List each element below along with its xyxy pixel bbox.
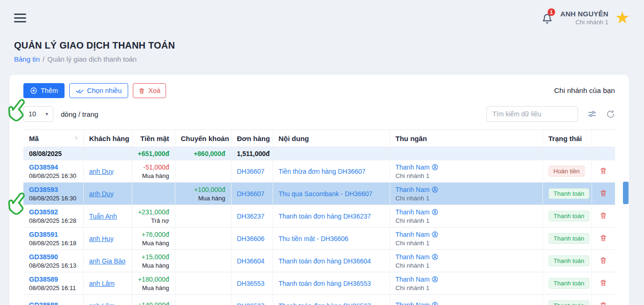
table-row[interactable]: GD3859008/08/2025 16:13 anh Gia Bảo +15,…	[23, 250, 615, 272]
customer-link[interactable]: anh Lâm	[89, 280, 115, 287]
col-header-content: Nội dung	[273, 130, 390, 147]
status-badge: Thanh toán	[549, 255, 590, 266]
order-link[interactable]: DH36237	[237, 213, 265, 220]
cashier-link[interactable]: Thanh Nam	[396, 208, 430, 216]
table-row[interactable]: GD3858908/08/2025 16:11 anh Lâm +180,000…	[23, 272, 615, 295]
status-badge: Thanh toán	[549, 278, 590, 289]
content-link[interactable]: Thu tiền mặt - DH36606	[279, 235, 348, 242]
customer-link[interactable]: anh Duy	[89, 168, 114, 175]
content-link[interactable]: Thanh toán đơn hàng DH36237	[279, 213, 371, 220]
status-badge: Thanh toán	[549, 211, 590, 221]
table-row[interactable]: GD38588 anh Lâm +140,000đ DH36537 Thanh …	[23, 295, 615, 305]
breadcrumb-home-link[interactable]: Bảng tin	[14, 55, 40, 63]
double-check-icon	[76, 87, 84, 94]
transaction-code-link[interactable]: GD38591	[29, 231, 58, 238]
content-link[interactable]: Thanh toán đơn hàng DH36537	[279, 302, 371, 305]
transactions-card: Thêm Chọn nhiều Xoá Chi nhánh của bạn 10…	[9, 75, 629, 305]
cashier-branch: Chi nhánh 1	[396, 195, 537, 202]
page-size-select[interactable]: 10 ▾	[23, 106, 53, 122]
menu-icon[interactable]	[14, 14, 26, 22]
cash-amount: +76,000đ	[138, 231, 169, 238]
table-row[interactable]: GD3859408/08/2025 16:30 anh Duy -51,000đ…	[23, 160, 615, 183]
sort-icon[interactable]: ↑↓	[74, 135, 78, 140]
cashier-link[interactable]: Thanh Nam	[396, 301, 430, 305]
summary-cash-total: +651,000đ	[132, 147, 175, 160]
cash-amount: +231,000đ	[138, 208, 169, 216]
delete-row-icon[interactable]	[600, 279, 607, 287]
customer-link[interactable]: anh Huy	[89, 235, 114, 242]
transaction-datetime: 08/08/2025 16:13	[29, 262, 78, 269]
cash-note: Mua hàng	[138, 284, 169, 291]
multi-select-button[interactable]: Chọn nhiều	[69, 83, 128, 98]
cash-amount: -51,000đ	[138, 163, 169, 171]
transaction-code-link[interactable]: GD38592	[29, 208, 58, 216]
person-icon	[432, 302, 438, 305]
cashier-link[interactable]: Thanh Nam	[396, 163, 430, 171]
delete-row-icon[interactable]	[600, 212, 607, 220]
person-icon	[432, 164, 438, 170]
content-link[interactable]: Thanh toán đơn hàng DH36604	[279, 257, 371, 265]
cashier-link[interactable]: Thanh Nam	[396, 253, 430, 261]
order-link[interactable]: DH36606	[237, 235, 265, 242]
breadcrumb: Bảng tin/Quản lý giao dịch thanh toán	[14, 55, 630, 63]
transaction-code-link[interactable]: GD38588	[29, 301, 58, 305]
table-row[interactable]: GD3859108/08/2025 16:18 anh Huy +76,000đ…	[23, 227, 615, 250]
customer-link[interactable]: anh Duy	[89, 190, 114, 198]
transaction-code-link[interactable]: GD38590	[29, 253, 58, 261]
customer-link[interactable]: anh Gia Bảo	[89, 257, 126, 265]
search-input[interactable]	[486, 106, 578, 122]
notification-bell-icon[interactable]: 1	[542, 11, 554, 24]
vertical-scrollbar-thumb[interactable]	[623, 182, 629, 204]
content-link[interactable]: Thanh toán đơn hàng DH36553	[279, 280, 371, 287]
delete-row-icon[interactable]	[600, 256, 607, 264]
transaction-code-link[interactable]: GD38593	[29, 186, 58, 193]
order-link[interactable]: DH36537	[237, 302, 265, 305]
transfer-note: Mua hàng	[181, 195, 225, 202]
order-link[interactable]: DH36553	[237, 280, 265, 287]
col-header-code[interactable]: Mã↑↓	[23, 130, 83, 147]
transaction-code-link[interactable]: GD38589	[29, 276, 58, 283]
user-branch: Chi nhánh 1	[560, 19, 608, 27]
cashier-branch: Chi nhánh 1	[396, 240, 537, 247]
customer-link[interactable]: Tuấn Anh	[89, 213, 117, 220]
user-menu[interactable]: ANH NGUYÊN Chi nhánh 1	[560, 9, 608, 26]
summary-date: 08/08/2025	[23, 147, 83, 160]
person-icon	[432, 276, 438, 283]
cash-note: Mua hàng	[138, 172, 169, 179]
summary-row: 08/08/2025 +651,000đ +860,000đ 1,511,000…	[23, 147, 615, 160]
cashier-branch: Chi nhánh 1	[396, 172, 537, 179]
order-link[interactable]: DH36607	[237, 190, 265, 198]
cash-note: Trả nợ	[138, 217, 169, 224]
table-row[interactable]: GD3859208/08/2025 16:28 Tuấn Anh +231,00…	[23, 205, 615, 227]
transactions-table: Mã↑↓ Khách hàng Tiền mặt Chuyển khoản Đơ…	[23, 129, 615, 305]
delete-row-icon[interactable]	[600, 234, 607, 242]
delete-button[interactable]: Xoá	[133, 83, 166, 98]
cashier-link[interactable]: Thanh Nam	[396, 186, 430, 193]
favorite-star-icon[interactable]: ★	[615, 11, 630, 25]
delete-row-icon[interactable]	[600, 301, 607, 305]
filter-columns-icon[interactable]	[587, 109, 597, 119]
cashier-link[interactable]: Thanh Nam	[396, 276, 430, 283]
col-header-cashier: Thu ngân	[390, 130, 543, 147]
status-badge: Thanh toán	[549, 300, 590, 305]
cash-amount: +180,000đ	[138, 276, 169, 283]
table-row[interactable]: GD3859308/08/2025 16:30 anh Duy +100,000…	[23, 183, 615, 205]
content-link[interactable]: Tiền thừa đơn hàng DH36607	[279, 168, 366, 175]
person-icon	[432, 209, 438, 215]
add-button[interactable]: Thêm	[23, 83, 65, 98]
customer-link[interactable]: anh Lâm	[89, 302, 115, 305]
order-link[interactable]: DH36607	[237, 168, 265, 175]
col-header-cash: Tiền mặt	[132, 130, 175, 147]
transaction-datetime: 08/08/2025 16:28	[29, 217, 78, 224]
breadcrumb-current: Quản lý giao dịch thanh toán	[47, 55, 137, 63]
order-link[interactable]: DH36604	[237, 257, 265, 265]
delete-row-icon[interactable]	[600, 167, 607, 175]
refresh-icon[interactable]	[606, 110, 615, 119]
summary-transfer-total: +860,000đ	[175, 147, 231, 160]
delete-row-icon[interactable]	[600, 189, 607, 197]
content-link[interactable]: Thu qua Sacombank - DH36607	[279, 190, 373, 198]
transaction-code-link[interactable]: GD38594	[29, 163, 58, 171]
breadcrumb-separator: /	[43, 55, 44, 63]
col-header-customer: Khách hàng	[83, 130, 132, 147]
cashier-link[interactable]: Thanh Nam	[396, 231, 430, 238]
